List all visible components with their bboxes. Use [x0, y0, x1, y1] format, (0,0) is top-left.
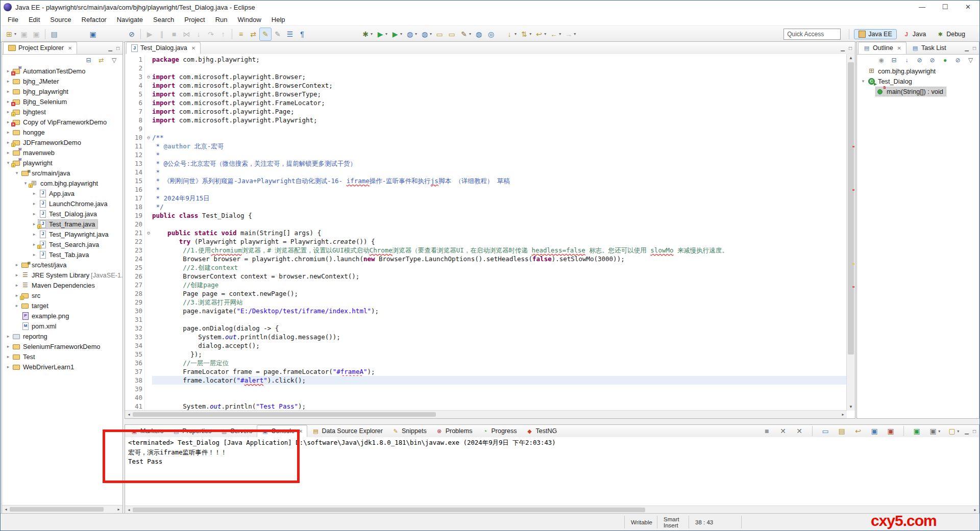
- hide-non-public-button[interactable]: ●: [940, 55, 950, 66]
- show-stderr-button[interactable]: ▣: [885, 424, 897, 438]
- tree-item[interactable]: ▾!playwright: [2, 158, 122, 168]
- chevron-down-icon[interactable]: ▾: [514, 32, 517, 36]
- tree-item[interactable]: pom.xml: [2, 321, 122, 331]
- step-into-button[interactable]: ↓: [192, 28, 205, 41]
- maximize-view-icon[interactable]: □: [973, 428, 976, 434]
- tree-item[interactable]: ▸hongge: [2, 127, 122, 137]
- sort-button[interactable]: ↓: [901, 55, 912, 66]
- menu-project[interactable]: Project: [179, 14, 210, 25]
- export-button[interactable]: ▭: [446, 28, 458, 41]
- remove-all-terminated-button[interactable]: ✕: [793, 424, 805, 438]
- close-button[interactable]: ✕: [957, 1, 979, 14]
- tree-item[interactable]: ▸!bjhgtest: [2, 107, 122, 117]
- tree-item[interactable]: ▸Test_Playwright.java: [2, 229, 122, 239]
- tree-item[interactable]: ▾!com.bjhg.playwright: [2, 178, 122, 188]
- tree-item[interactable]: ▸WebDriverLearn1: [2, 362, 122, 372]
- run-button[interactable]: ▶▾: [374, 28, 389, 41]
- view-menu-button[interactable]: ▽: [109, 55, 119, 66]
- maximize-button[interactable]: ☐: [934, 1, 957, 14]
- print-button[interactable]: ▤: [48, 28, 60, 41]
- expander-icon[interactable]: ▸: [4, 334, 12, 339]
- open-console-button[interactable]: ▣: [87, 28, 99, 41]
- scroll-right-icon[interactable]: ▸: [971, 508, 979, 512]
- expander-icon[interactable]: ▸: [13, 303, 21, 308]
- scrollbar-thumb[interactable]: [848, 62, 854, 355]
- scrollbar-thumb[interactable]: [133, 412, 436, 417]
- coverage-button[interactable]: ▶▾: [389, 28, 404, 41]
- expander-icon[interactable]: ▸: [4, 150, 12, 155]
- tree-item[interactable]: ▸target: [2, 300, 122, 311]
- minimize-view-icon[interactable]: ▁: [965, 428, 969, 434]
- maximize-view-icon[interactable]: □: [849, 45, 852, 51]
- show-stdout-button[interactable]: ▣: [868, 424, 880, 438]
- console-tab-progress[interactable]: Progress: [477, 425, 521, 437]
- debug-button[interactable]: ✱▾: [359, 28, 374, 41]
- import-button[interactable]: ▭: [433, 28, 446, 41]
- chevron-down-icon[interactable]: ▾: [14, 32, 16, 36]
- new-task-button[interactable]: ≡: [235, 28, 247, 41]
- maximize-view-icon[interactable]: □: [116, 45, 119, 51]
- maximize-view-icon[interactable]: □: [973, 45, 976, 51]
- tree-item[interactable]: ▸Test_Tab.java: [2, 249, 122, 260]
- hide-local-types-button[interactable]: ⊘: [952, 55, 963, 66]
- tree-item[interactable]: ▸!Test_frame.java: [2, 219, 122, 229]
- show-whitespace-button[interactable]: ¶: [296, 28, 308, 41]
- perspective-java[interactable]: Java: [898, 29, 930, 39]
- step-return-button[interactable]: ↑: [217, 28, 229, 41]
- tab-test-dialog-java[interactable]: Test_Dialog.java ✕: [126, 42, 201, 54]
- convert-button[interactable]: ⇄: [247, 28, 259, 41]
- quick-access-input[interactable]: Quick Access: [783, 29, 841, 40]
- display-selected-console-button[interactable]: ▣▾: [927, 424, 942, 438]
- tree-item[interactable]: ▸Maven Dependencies: [2, 280, 122, 290]
- perspective-debug[interactable]: Debug: [932, 29, 970, 39]
- forward-button[interactable]: →▾: [562, 28, 577, 41]
- chevron-down-icon[interactable]: ▾: [469, 32, 471, 36]
- tree-item[interactable]: ▸✕Bjhg_Selenium: [2, 96, 122, 107]
- link-with-editor-button[interactable]: ⇄: [96, 55, 107, 66]
- horizontal-scrollbar[interactable]: ◂ ▸: [2, 505, 122, 513]
- new-server-button[interactable]: ◍▾: [404, 28, 419, 41]
- scroll-right-icon[interactable]: ▸: [839, 412, 847, 417]
- minimize-view-icon[interactable]: ▁: [841, 45, 845, 51]
- next-annotation-button[interactable]: ↓▾: [503, 28, 518, 41]
- expander-icon[interactable]: ▸: [13, 272, 21, 277]
- back-button[interactable]: ←▾: [548, 28, 562, 41]
- fold-collapse-icon[interactable]: ⊖: [144, 133, 152, 142]
- vertical-scrollbar[interactable]: ▲ ▼: [846, 54, 855, 411]
- tree-item[interactable]: Smain(String[]) : void: [857, 86, 979, 96]
- profile-button[interactable]: ✎▾: [458, 28, 473, 41]
- minimize-button[interactable]: —: [911, 1, 934, 14]
- tree-item[interactable]: ▸LaunchChrome.java: [2, 198, 122, 209]
- tab-outline[interactable]: Outline ✕: [858, 42, 906, 54]
- hide-static-members-button[interactable]: ⊘: [927, 55, 938, 66]
- chevron-down-icon[interactable]: ▾: [415, 32, 417, 36]
- expander-icon[interactable]: ▸: [30, 211, 38, 216]
- menu-window[interactable]: Window: [233, 14, 266, 25]
- chevron-down-icon[interactable]: ▾: [529, 32, 531, 36]
- minimize-view-icon[interactable]: ▁: [965, 45, 969, 51]
- word-wrap-button[interactable]: ↩: [852, 424, 864, 438]
- clear-console-button[interactable]: ▭: [819, 424, 831, 438]
- scroll-down-icon[interactable]: ▼: [847, 403, 855, 411]
- expander-icon[interactable]: ▾: [859, 79, 867, 84]
- menu-search[interactable]: Search: [148, 14, 179, 25]
- show-annotations-button[interactable]: ✎: [272, 28, 284, 41]
- menu-navigate[interactable]: Navigate: [112, 14, 148, 25]
- expander-icon[interactable]: ▸: [4, 344, 12, 349]
- perspective-java-ee[interactable]: Java EE: [854, 29, 897, 39]
- view-menu-button[interactable]: ▽: [965, 55, 976, 66]
- horizontal-scrollbar[interactable]: ◂ ▸: [125, 410, 847, 418]
- chevron-down-icon[interactable]: ▾: [544, 32, 546, 36]
- search-button[interactable]: ◎: [485, 28, 497, 41]
- tree-item[interactable]: ▸!JDFrameworkDemo: [2, 137, 122, 147]
- tree-item[interactable]: ▸✕AutomationTestDemo: [2, 66, 122, 76]
- code-editor[interactable]: 1package com.bjhg.playwright;23⊖import c…: [125, 54, 847, 411]
- collapse-all-button[interactable]: ⊟: [889, 55, 899, 66]
- tree-item[interactable]: ▸src/test/java: [2, 260, 122, 270]
- pin-console-button[interactable]: ▣: [911, 424, 923, 438]
- close-icon[interactable]: ✕: [191, 45, 195, 51]
- mark-occurrences-button[interactable]: ✎: [259, 28, 272, 41]
- expander-icon[interactable]: ▸: [30, 191, 38, 196]
- tree-item[interactable]: ▸Test_Dialog.java: [2, 209, 122, 219]
- tree-item[interactable]: ▸Test: [2, 351, 122, 362]
